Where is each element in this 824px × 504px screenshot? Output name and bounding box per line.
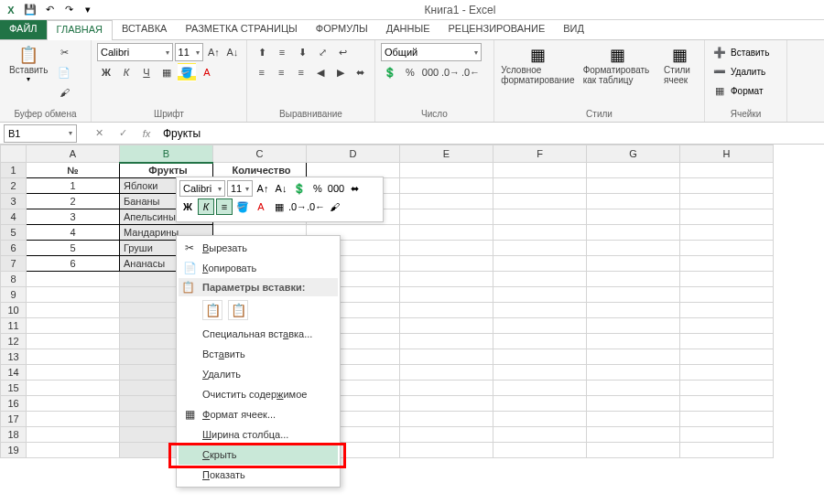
mini-font-combo[interactable]: Calibri▾ bbox=[179, 180, 225, 197]
cell-F14[interactable] bbox=[493, 365, 587, 381]
row-header-13[interactable]: 13 bbox=[1, 349, 27, 365]
mini-fill-color-icon[interactable]: 🪣 bbox=[234, 198, 251, 215]
enter-icon[interactable]: ✓ bbox=[114, 127, 132, 139]
column-header-G[interactable]: G bbox=[587, 145, 680, 163]
cell-H6[interactable] bbox=[680, 241, 774, 256]
orientation-icon[interactable]: ⤢ bbox=[313, 43, 331, 61]
row-header-14[interactable]: 14 bbox=[1, 365, 27, 381]
format-cells-icon[interactable]: ▦ bbox=[710, 81, 729, 100]
row-header-9[interactable]: 9 bbox=[1, 287, 27, 303]
cell-H10[interactable] bbox=[680, 303, 774, 318]
cell-E18[interactable] bbox=[400, 427, 493, 443]
cell-A17[interactable] bbox=[27, 412, 120, 427]
mini-italic-button[interactable]: К bbox=[198, 198, 214, 215]
format-cells-label[interactable]: Формат bbox=[731, 86, 764, 96]
tab-view[interactable]: ВИД bbox=[554, 20, 593, 39]
tab-file[interactable]: ФАЙЛ bbox=[0, 20, 47, 39]
cell-C1[interactable]: Количество bbox=[213, 163, 307, 178]
mini-comma-icon[interactable]: 000 bbox=[328, 180, 344, 197]
row-header-6[interactable]: 6 bbox=[1, 241, 27, 256]
cell-E3[interactable] bbox=[400, 194, 493, 209]
cell-F9[interactable] bbox=[493, 287, 587, 303]
cell-H1[interactable] bbox=[680, 163, 774, 178]
cell-F8[interactable] bbox=[493, 272, 587, 287]
column-header-H[interactable]: H bbox=[680, 145, 774, 163]
cell-B1[interactable]: Фрукты bbox=[120, 163, 213, 178]
cell-G8[interactable] bbox=[587, 272, 680, 287]
tab-review[interactable]: РЕЦЕНЗИРОВАНИЕ bbox=[439, 20, 554, 39]
cell-G1[interactable] bbox=[587, 163, 680, 178]
cell-H4[interactable] bbox=[680, 209, 774, 225]
font-size-combo[interactable]: 11▾ bbox=[175, 43, 204, 61]
delete-cells-label[interactable]: Удалить bbox=[731, 67, 765, 77]
cell-E5[interactable] bbox=[400, 225, 493, 241]
cell-A7[interactable]: 6 bbox=[27, 256, 120, 272]
cell-A10[interactable] bbox=[27, 303, 120, 318]
column-header-F[interactable]: F bbox=[493, 145, 587, 163]
cell-H13[interactable] bbox=[680, 349, 774, 365]
cell-E13[interactable] bbox=[400, 349, 493, 365]
cell-G6[interactable] bbox=[587, 241, 680, 256]
align-right-icon[interactable]: ≡ bbox=[292, 63, 310, 81]
save-icon[interactable]: 💾 bbox=[22, 2, 38, 18]
insert-cells-label[interactable]: Вставить bbox=[731, 48, 769, 58]
row-header-19[interactable]: 19 bbox=[1, 443, 27, 458]
row-header-5[interactable]: 5 bbox=[1, 225, 27, 241]
row-header-16[interactable]: 16 bbox=[1, 396, 27, 412]
cell-E12[interactable] bbox=[400, 334, 493, 349]
row-header-11[interactable]: 11 bbox=[1, 318, 27, 334]
qat-customize-icon[interactable]: ▾ bbox=[80, 2, 96, 18]
cell-F2[interactable] bbox=[493, 178, 587, 194]
cell-H3[interactable] bbox=[680, 194, 774, 209]
cell-G11[interactable] bbox=[587, 318, 680, 334]
fill-color-button[interactable]: 🪣 bbox=[178, 63, 196, 81]
undo-icon[interactable]: ↶ bbox=[41, 2, 58, 18]
mini-decrease-font-icon[interactable]: A↓ bbox=[273, 180, 289, 197]
row-header-15[interactable]: 15 bbox=[1, 381, 27, 396]
currency-icon[interactable]: 💲 bbox=[381, 63, 399, 81]
cell-F7[interactable] bbox=[493, 256, 587, 272]
cell-H16[interactable] bbox=[680, 396, 774, 412]
format-as-table-button[interactable]: ▦Форматировать как таблицу bbox=[580, 43, 656, 87]
number-format-combo[interactable]: Общий▾ bbox=[381, 43, 482, 61]
copy-icon[interactable]: 📄 bbox=[55, 63, 73, 81]
increase-font-icon[interactable]: A↑ bbox=[205, 43, 222, 61]
cell-A8[interactable] bbox=[27, 272, 120, 287]
cell-D1[interactable] bbox=[307, 163, 400, 178]
cell-H14[interactable] bbox=[680, 365, 774, 381]
cell-F1[interactable] bbox=[493, 163, 587, 178]
redo-icon[interactable]: ↷ bbox=[60, 2, 77, 18]
column-header-E[interactable]: E bbox=[400, 145, 493, 163]
cell-E15[interactable] bbox=[400, 381, 493, 396]
align-top-icon[interactable]: ⬆ bbox=[253, 43, 271, 61]
percent-icon[interactable]: % bbox=[401, 63, 419, 81]
mini-size-combo[interactable]: 11▾ bbox=[227, 180, 253, 197]
format-painter-icon[interactable]: 🖌 bbox=[55, 83, 73, 102]
row-header-1[interactable]: 1 bbox=[1, 163, 27, 178]
mini-format-painter-icon[interactable]: 🖌 bbox=[326, 198, 342, 215]
cell-G10[interactable] bbox=[587, 303, 680, 318]
context-format-cells[interactable]: ▦Формат ячеек... bbox=[179, 404, 338, 424]
column-header-A[interactable]: A bbox=[27, 145, 120, 163]
row-header-2[interactable]: 2 bbox=[1, 178, 27, 194]
cell-F11[interactable] bbox=[493, 318, 587, 334]
tab-data[interactable]: ДАННЫЕ bbox=[377, 20, 439, 39]
context-show[interactable]: Показать bbox=[179, 465, 338, 485]
cell-E14[interactable] bbox=[400, 365, 493, 381]
cell-styles-button[interactable]: ▦Стили ячеек bbox=[660, 43, 699, 87]
cell-G14[interactable] bbox=[587, 365, 680, 381]
merge-icon[interactable]: ⬌ bbox=[352, 63, 370, 81]
italic-button[interactable]: К bbox=[117, 63, 136, 81]
cell-E10[interactable] bbox=[400, 303, 493, 318]
align-center-icon[interactable]: ≡ bbox=[273, 63, 291, 81]
decrease-decimal-icon[interactable]: .0← bbox=[461, 63, 480, 81]
cell-E1[interactable] bbox=[400, 163, 493, 178]
mini-bold-button[interactable]: Ж bbox=[179, 198, 196, 215]
tab-page-layout[interactable]: РАЗМЕТКА СТРАНИЦЫ bbox=[176, 20, 306, 39]
cut-icon[interactable]: ✂ bbox=[55, 43, 73, 61]
row-header-17[interactable]: 17 bbox=[1, 412, 27, 427]
cell-F4[interactable] bbox=[493, 209, 587, 225]
column-header-B[interactable]: B bbox=[120, 145, 213, 163]
indent-increase-icon[interactable]: ▶ bbox=[331, 63, 350, 81]
context-cut[interactable]: ✂Вырезать bbox=[179, 238, 338, 258]
